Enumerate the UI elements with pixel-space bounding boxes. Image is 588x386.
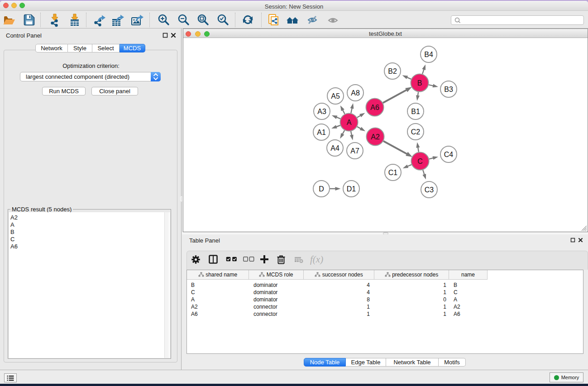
svg-text:B: B [417,79,422,87]
svg-text:C1: C1 [388,169,398,176]
svg-text:C2: C2 [411,128,421,136]
svg-text:D: D [319,185,324,193]
svg-text:A1: A1 [317,129,326,136]
svg-text:A: A [347,119,352,126]
svg-text:B1: B1 [411,108,420,115]
svg-text:B3: B3 [444,86,453,93]
svg-text:B4: B4 [424,51,433,58]
svg-text:C4: C4 [444,151,454,158]
svg-text:A7: A7 [350,147,359,155]
svg-text:B2: B2 [388,67,397,75]
svg-text:C3: C3 [425,186,434,194]
svg-text:A6: A6 [370,104,379,111]
svg-text:A2: A2 [371,133,380,141]
svg-text:A5: A5 [331,92,340,100]
svg-text:A8: A8 [351,89,360,97]
svg-text:A4: A4 [330,144,339,152]
svg-text:D1: D1 [347,185,356,193]
svg-text:C: C [417,157,423,165]
svg-text:A3: A3 [317,108,326,115]
